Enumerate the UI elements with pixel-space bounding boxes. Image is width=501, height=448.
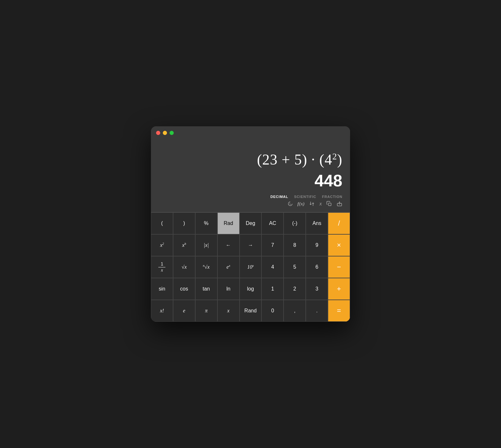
nine-button[interactable]: 9: [306, 234, 328, 256]
three-button[interactable]: 3: [306, 278, 328, 300]
exp-button[interactable]: ex: [217, 256, 240, 278]
negate-button[interactable]: (-): [284, 212, 306, 234]
rad-button[interactable]: Rad: [217, 212, 240, 234]
titlebar: [151, 126, 350, 138]
ans-button[interactable]: Ans: [306, 212, 328, 234]
sqrt-button[interactable]: √x: [173, 256, 195, 278]
six-button[interactable]: 6: [306, 256, 328, 278]
calculator-window: (23 + 5) · (42) 448 DECIMAL SCIENTIFIC F…: [151, 126, 350, 322]
ln-button[interactable]: ln: [217, 278, 240, 300]
decimal-mode-button[interactable]: DECIMAL: [270, 195, 288, 199]
variable-icon[interactable]: x: [319, 201, 322, 207]
display-icons: f(x) x: [287, 201, 342, 207]
close-button[interactable]: [156, 131, 160, 135]
function-icon[interactable]: f(x): [297, 201, 305, 207]
one-button[interactable]: 1: [261, 278, 284, 300]
factorial-button[interactable]: x!: [151, 300, 173, 322]
maximize-button[interactable]: [170, 131, 174, 135]
pi-button[interactable]: π: [195, 300, 217, 322]
five-button[interactable]: 5: [284, 256, 306, 278]
eight-button[interactable]: 8: [284, 234, 306, 256]
close-paren-button[interactable]: ): [173, 212, 195, 234]
mode-selector: DECIMAL SCIENTIFIC FRACTION: [270, 195, 342, 199]
share-icon[interactable]: [337, 201, 342, 207]
abs-button[interactable]: |x|: [195, 234, 217, 256]
history-icon[interactable]: [287, 201, 293, 207]
cos-button[interactable]: cos: [173, 278, 195, 300]
divide-button[interactable]: /: [328, 212, 350, 234]
rand-button[interactable]: Rand: [240, 300, 262, 322]
variable-x-button[interactable]: x: [217, 300, 240, 322]
open-paren-button[interactable]: (: [151, 212, 173, 234]
minimize-button[interactable]: [163, 131, 167, 135]
square-button[interactable]: x2: [151, 234, 173, 256]
percent-button[interactable]: %: [195, 212, 217, 234]
decimal-button[interactable]: .: [306, 300, 328, 322]
keypad: ( ) % Rad Deg AC (-) Ans / x2 xb |x| ← →…: [151, 212, 350, 322]
deg-button[interactable]: Deg: [240, 212, 262, 234]
right-arrow-button[interactable]: →: [240, 234, 262, 256]
four-button[interactable]: 4: [261, 256, 284, 278]
equals-button[interactable]: =: [328, 300, 350, 322]
add-button[interactable]: +: [328, 278, 350, 300]
comma-button[interactable]: ,: [284, 300, 306, 322]
reciprocal-button[interactable]: 1 x: [151, 256, 173, 278]
two-button[interactable]: 2: [284, 278, 306, 300]
ten-power-button[interactable]: 10x: [240, 256, 262, 278]
euler-button[interactable]: e: [173, 300, 195, 322]
scientific-mode-button[interactable]: SCIENTIFIC: [294, 195, 316, 199]
sin-button[interactable]: sin: [151, 278, 173, 300]
tan-button[interactable]: tan: [195, 278, 217, 300]
log-button[interactable]: log: [240, 278, 262, 300]
ac-button[interactable]: AC: [261, 212, 284, 234]
multiply-button[interactable]: ×: [328, 234, 350, 256]
zero-button[interactable]: 0: [261, 300, 284, 322]
svg-rect-0: [329, 203, 331, 206]
fraction-mode-button[interactable]: FRACTION: [322, 195, 342, 199]
left-arrow-button[interactable]: ←: [217, 234, 240, 256]
copy-icon[interactable]: [326, 201, 332, 207]
swap-icon[interactable]: [309, 201, 315, 207]
result-display: 448: [314, 171, 342, 190]
power-button[interactable]: xb: [173, 234, 195, 256]
calculator-display: (23 + 5) · (42) 448 DECIMAL SCIENTIFIC F…: [151, 138, 350, 212]
nth-root-button[interactable]: n√x: [195, 256, 217, 278]
seven-button[interactable]: 7: [261, 234, 284, 256]
expression-display: (23 + 5) · (42): [257, 151, 342, 168]
subtract-button[interactable]: −: [328, 256, 350, 278]
